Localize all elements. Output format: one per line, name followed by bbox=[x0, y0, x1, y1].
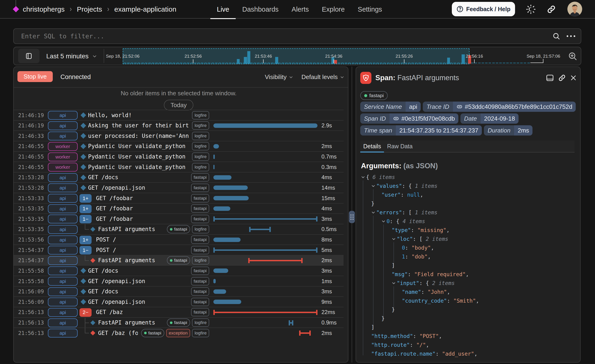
today-pill[interactable]: Today bbox=[164, 100, 193, 110]
tag-logfire[interactable]: logfire bbox=[192, 152, 209, 161]
log-row[interactable]: 21:54:37apiFastAPI argumentsfastapilogfi… bbox=[14, 255, 344, 265]
splitter-grip[interactable] bbox=[349, 211, 355, 223]
log-row[interactable]: 21:55:58apiGET /openapi.jsonfastapi1ms bbox=[14, 276, 344, 286]
log-row[interactable]: 21:54:37api1−POST /fastapi5ms bbox=[14, 244, 344, 255]
tag-fastapi[interactable]: fastapi bbox=[167, 318, 190, 327]
tag-logfire[interactable]: logfire bbox=[192, 121, 209, 130]
service-tag-api[interactable]: api bbox=[48, 266, 78, 275]
timeline-selection[interactable] bbox=[123, 48, 469, 64]
log-row[interactable]: 21:56:13apiGET /baz (fofastapiexceptionl… bbox=[14, 328, 344, 338]
tag-fastapi[interactable]: fastapi bbox=[191, 194, 209, 202]
log-row[interactable]: 21:46:55workerPydantic User validate_pyt… bbox=[14, 151, 344, 162]
log-row[interactable]: 21:56:09apiGET /docsfastapi3ms bbox=[14, 286, 344, 297]
sql-filter-input[interactable] bbox=[14, 33, 552, 40]
log-row[interactable]: 21:56:13apiFastAPI argumentsfastapilogfi… bbox=[14, 317, 344, 328]
service-tag-api[interactable]: api bbox=[48, 318, 78, 327]
tag-fastapi[interactable]: fastapi bbox=[191, 298, 209, 306]
tag-logfire[interactable]: logfire bbox=[192, 318, 209, 327]
close-icon[interactable] bbox=[570, 74, 577, 81]
log-row[interactable]: 21:46:33apiuser processed: User(name='An… bbox=[14, 130, 344, 141]
tag-fastapi[interactable]: fastapi bbox=[191, 184, 209, 192]
theme-toggle-icon[interactable] bbox=[525, 0, 536, 19]
log-row[interactable]: 21:53:35apiFastAPI argumentsfastapilogfi… bbox=[14, 224, 344, 234]
collapse-chevron-icon[interactable] bbox=[371, 210, 376, 214]
json-line[interactable]: "loc": [ 2 items bbox=[392, 235, 448, 243]
nav-tab-settings[interactable]: Settings bbox=[351, 0, 389, 19]
log-row[interactable]: 21:46:55workerPydantic User validate_pyt… bbox=[14, 162, 344, 172]
service-tag-worker[interactable]: worker bbox=[48, 142, 78, 151]
tag-logfire[interactable]: logfire bbox=[192, 142, 209, 150]
json-line[interactable]: "values": { 1 items bbox=[371, 182, 437, 190]
expand-badge[interactable]: 1+ bbox=[79, 194, 92, 203]
json-line[interactable]: "errors": [ 1 items bbox=[371, 208, 437, 217]
tag-exception[interactable]: exception bbox=[166, 329, 190, 337]
nav-tab-explore[interactable]: Explore bbox=[315, 0, 351, 19]
service-tag-api[interactable]: api bbox=[48, 287, 78, 296]
log-row[interactable]: 21:46:19apiHello, world!logfire bbox=[14, 110, 344, 120]
log-row[interactable]: 21:53:28apiGET /docsfastapi4ms bbox=[14, 172, 344, 182]
log-row[interactable]: 21:53:35api1+GET /foobarfastapi4ms bbox=[14, 203, 344, 214]
service-tag-api[interactable]: api bbox=[48, 256, 78, 265]
expand-badge[interactable]: 1− bbox=[79, 246, 92, 255]
metadata-chip-trace-id[interactable]: Trace ID#53ddc40980a86b57bfe89c1cc01c752… bbox=[423, 102, 576, 112]
tag-fastapi[interactable]: fastapi bbox=[191, 277, 209, 285]
breadcrumb-project[interactable]: example-application bbox=[114, 5, 177, 13]
service-tag-api[interactable]: api bbox=[48, 225, 78, 234]
json-line[interactable]: "input": { 2 items bbox=[392, 279, 455, 287]
user-avatar[interactable] bbox=[567, 2, 582, 16]
service-tag-api[interactable]: api bbox=[48, 308, 78, 317]
service-tag-api[interactable]: api bbox=[48, 236, 78, 244]
expand-badge[interactable]: 1+ bbox=[79, 205, 92, 213]
expand-badge[interactable]: 1+ bbox=[79, 236, 92, 244]
logfire-logo-icon[interactable] bbox=[13, 6, 19, 12]
service-tag-api[interactable]: api bbox=[48, 194, 78, 203]
log-row[interactable]: 21:46:55workerPydantic User validate_pyt… bbox=[14, 141, 344, 151]
service-tag-api[interactable]: api bbox=[48, 132, 78, 140]
tag-logfire[interactable]: logfire bbox=[192, 225, 209, 233]
log-row[interactable]: 21:53:35api1−GET /foobarfastapi3ms bbox=[14, 213, 344, 224]
zoom-in-icon[interactable] bbox=[568, 51, 578, 61]
tag-logfire[interactable]: logfire bbox=[192, 132, 209, 140]
collapse-chevron-icon[interactable] bbox=[381, 219, 387, 223]
detail-tab-raw-data[interactable]: Raw Data bbox=[384, 140, 416, 152]
search-icon[interactable] bbox=[552, 32, 561, 40]
service-tag-api[interactable]: api bbox=[48, 111, 78, 120]
tag-fastapi[interactable]: fastapi bbox=[141, 329, 164, 337]
metadata-chip-span-id[interactable]: Span ID#0e31f5fd70e08cdb bbox=[360, 114, 458, 124]
breadcrumb-projects[interactable]: Projects bbox=[77, 5, 102, 13]
tag-fastapi[interactable]: fastapi bbox=[191, 287, 209, 296]
tag-fastapi[interactable]: fastapi bbox=[191, 204, 209, 213]
tag-fastapi[interactable]: fastapi bbox=[191, 173, 209, 182]
service-tag-api[interactable]: api bbox=[48, 277, 78, 286]
service-tag-api[interactable]: api bbox=[48, 183, 78, 192]
span-tag-fastapi[interactable]: fastapi bbox=[360, 91, 388, 100]
service-tag-api[interactable]: api bbox=[48, 204, 78, 213]
copy-link-icon[interactable] bbox=[558, 74, 566, 82]
nav-tab-alerts[interactable]: Alerts bbox=[285, 0, 315, 19]
tag-fastapi[interactable]: fastapi bbox=[191, 236, 209, 244]
log-row[interactable]: 21:56:09apiGET /openapi.jsonfastapi9ms bbox=[14, 296, 344, 307]
nav-tab-dashboards[interactable]: Dashboards bbox=[236, 0, 285, 19]
expand-badge[interactable]: 1− bbox=[79, 215, 92, 223]
feedback-help-button[interactable]: Feedback / Help bbox=[452, 2, 515, 16]
tag-logfire[interactable]: logfire bbox=[192, 256, 209, 264]
nav-tab-live[interactable]: Live bbox=[210, 0, 236, 19]
collapse-chevron-icon[interactable] bbox=[392, 281, 397, 285]
log-row[interactable]: 21:53:56api1+POST /fastapi8ms bbox=[14, 234, 344, 245]
collapse-chevron-icon[interactable] bbox=[392, 237, 397, 241]
tag-fastapi[interactable]: fastapi bbox=[191, 267, 209, 275]
service-tag-worker[interactable]: worker bbox=[48, 152, 78, 161]
service-tag-worker[interactable]: worker bbox=[48, 163, 78, 171]
json-line[interactable]: 0: { 4 items bbox=[381, 217, 425, 226]
service-tag-api[interactable]: api bbox=[48, 298, 78, 306]
service-tag-api[interactable]: api bbox=[48, 121, 78, 130]
json-line[interactable]: { 6 items bbox=[361, 173, 395, 182]
tag-logfire[interactable]: logfire bbox=[192, 329, 209, 337]
log-row[interactable]: 21:53:28apiGET /openapi.jsonfastapi14ms bbox=[14, 182, 344, 193]
stop-live-button[interactable]: Stop live bbox=[17, 71, 53, 82]
share-link-icon[interactable] bbox=[547, 0, 556, 19]
log-row[interactable]: 21:46:19apiAsking the user for their bir… bbox=[14, 120, 344, 131]
tag-fastapi[interactable]: fastapi bbox=[191, 215, 209, 223]
service-tag-api[interactable]: api bbox=[48, 173, 78, 182]
log-row[interactable]: 21:56:13api2−GET /bazfastapi22ms bbox=[14, 307, 344, 317]
